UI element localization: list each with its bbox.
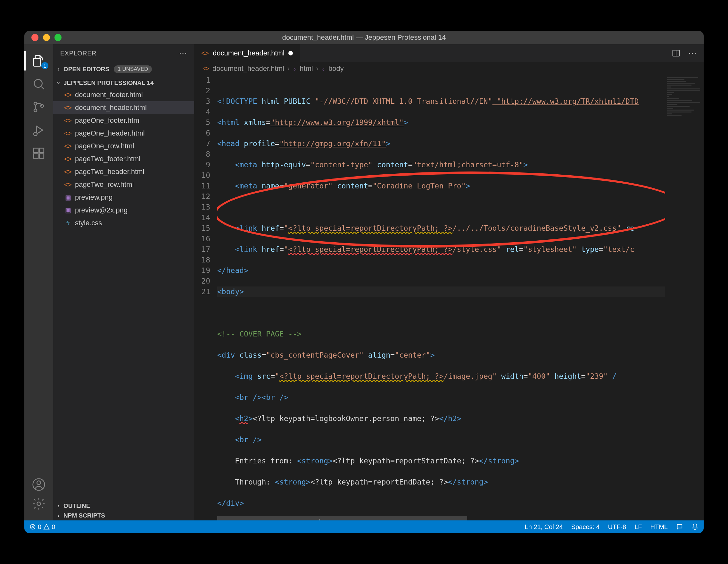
open-editors-label: OPEN EDITORS xyxy=(63,66,109,73)
breadcrumb-html[interactable]: html xyxy=(300,64,313,73)
chevron-right-icon: › xyxy=(287,64,290,73)
chevron-right-icon: › xyxy=(56,513,62,518)
gear-icon[interactable] xyxy=(31,496,46,511)
file-label: pageTwo_header.html xyxy=(75,168,145,176)
folder-section: › JEPPESEN PROFESSIONAL 14 <>document_fo… xyxy=(53,76,194,232)
unsaved-pill: 1 UNSAVED xyxy=(114,65,152,73)
file-item[interactable]: <>pageOne_row.html xyxy=(53,140,194,153)
encoding[interactable]: UTF-8 xyxy=(608,523,626,531)
horizontal-scrollbar[interactable] xyxy=(217,516,704,520)
svg-point-5 xyxy=(34,132,37,136)
tab-bar: <> document_header.html ⋯ xyxy=(194,44,704,62)
window-title: document_header.html — Jeppesen Professi… xyxy=(24,33,704,42)
explorer-icon[interactable]: 1 xyxy=(31,53,46,69)
ln-col[interactable]: Ln 21, Col 24 xyxy=(525,523,563,531)
problems-button[interactable]: 0 0 xyxy=(29,523,55,531)
code-editor[interactable]: 123456789101112131415161718192021 <!DOCT… xyxy=(194,75,704,520)
file-label: pageTwo_footer.html xyxy=(75,155,140,163)
breadcrumb-file[interactable]: document_header.html xyxy=(212,64,284,73)
language-mode[interactable]: HTML xyxy=(650,523,668,531)
html-file-icon: <> xyxy=(64,143,72,150)
minimap[interactable] xyxy=(665,75,704,520)
html-file-icon: <> xyxy=(203,65,209,72)
svg-rect-6 xyxy=(34,148,38,153)
svg-point-11 xyxy=(37,481,41,485)
npm-section[interactable]: › NPM SCRIPTS xyxy=(53,511,194,520)
chevron-right-icon: › xyxy=(56,66,62,72)
split-editor-icon[interactable] xyxy=(672,49,681,58)
minimize-icon[interactable] xyxy=(43,34,50,41)
file-item[interactable]: <>pageOne_footer.html xyxy=(53,114,194,127)
file-item[interactable]: #style.css xyxy=(53,217,194,229)
file-item[interactable]: ▣preview@2x.png xyxy=(53,204,194,217)
source-control-icon[interactable] xyxy=(31,99,46,115)
main-container: 1 E xyxy=(24,44,704,520)
more-icon[interactable]: ⋯ xyxy=(688,48,697,58)
extensions-icon[interactable] xyxy=(31,145,46,161)
explorer-badge: 1 xyxy=(41,62,48,69)
svg-rect-7 xyxy=(34,154,38,158)
file-item[interactable]: <>document_footer.html xyxy=(53,88,194,101)
folder-label: JEPPESEN PROFESSIONAL 14 xyxy=(63,79,154,87)
file-item[interactable]: <>pageOne_header.html xyxy=(53,127,194,140)
warning-count: 0 xyxy=(52,523,55,531)
account-icon[interactable] xyxy=(31,477,46,492)
outline-section[interactable]: › OUTLINE xyxy=(53,501,194,511)
symbol-icon: ⬨ xyxy=(293,65,296,72)
gutter: 123456789101112131415161718192021 xyxy=(194,75,217,520)
code-body[interactable]: <!DOCTYPE html PUBLIC "-//W3C//DTD XHTML… xyxy=(217,75,665,520)
breadcrumbs[interactable]: <> document_header.html › ⬨ html › ⬨ bod… xyxy=(194,62,704,75)
svg-point-1 xyxy=(34,79,42,87)
dirty-dot-icon xyxy=(288,51,293,55)
tab-label: document_header.html xyxy=(213,49,285,57)
tab-document-header[interactable]: <> document_header.html xyxy=(194,44,300,62)
file-item[interactable]: ▣preview.png xyxy=(53,191,194,204)
vscode-window: document_header.html — Jeppesen Professi… xyxy=(24,31,704,533)
scrollbar-thumb[interactable] xyxy=(217,516,467,520)
file-tree: <>document_footer.html<>document_header.… xyxy=(53,88,194,230)
sidebar-bottom: › OUTLINE › NPM SCRIPTS xyxy=(53,501,194,520)
sidebar: EXPLORER ⋯ › OPEN EDITORS 1 UNSAVED › JE… xyxy=(53,44,194,520)
editor-area: <> document_header.html ⋯ <> document_he… xyxy=(194,44,704,520)
eol[interactable]: LF xyxy=(634,523,642,531)
feedback-icon[interactable] xyxy=(676,523,683,530)
html-file-icon: <> xyxy=(64,181,72,188)
more-icon[interactable]: ⋯ xyxy=(179,48,187,58)
file-item[interactable]: <>pageTwo_footer.html xyxy=(53,153,194,165)
spaces[interactable]: Spaces: 4 xyxy=(571,523,600,531)
close-icon[interactable] xyxy=(31,34,38,41)
file-item[interactable]: <>document_header.html xyxy=(53,101,194,114)
statusbar: 0 0 Ln 21, Col 24 Spaces: 4 UTF-8 LF HTM… xyxy=(24,520,704,533)
outline-label: OUTLINE xyxy=(63,502,90,510)
image-file-icon: ▣ xyxy=(64,194,72,201)
tab-actions: ⋯ xyxy=(672,44,704,62)
html-file-icon: <> xyxy=(64,91,72,99)
traffic-lights xyxy=(24,34,62,41)
file-item[interactable]: <>pageTwo_row.html xyxy=(53,178,194,191)
debug-icon[interactable] xyxy=(31,122,46,138)
file-label: preview@2x.png xyxy=(75,206,128,214)
svg-point-3 xyxy=(34,109,37,112)
search-icon[interactable] xyxy=(31,76,46,92)
html-file-icon: <> xyxy=(201,50,209,57)
file-label: pageOne_row.html xyxy=(75,142,134,150)
error-count: 0 xyxy=(38,523,41,531)
titlebar[interactable]: document_header.html — Jeppesen Professi… xyxy=(24,31,704,44)
breadcrumb-body[interactable]: body xyxy=(328,64,344,73)
svg-point-2 xyxy=(34,102,37,105)
sidebar-title: EXPLORER xyxy=(60,50,96,57)
folder-header[interactable]: › JEPPESEN PROFESSIONAL 14 xyxy=(53,78,194,88)
chevron-right-icon: › xyxy=(56,503,62,509)
file-label: style.css xyxy=(75,219,102,227)
file-item[interactable]: <>pageTwo_header.html xyxy=(53,165,194,178)
file-label: pageOne_header.html xyxy=(75,129,145,137)
html-file-icon: <> xyxy=(64,117,72,124)
svg-point-12 xyxy=(37,502,41,506)
svg-rect-9 xyxy=(39,148,44,153)
html-file-icon: <> xyxy=(64,155,72,163)
svg-rect-8 xyxy=(39,154,44,158)
zoom-icon[interactable] xyxy=(54,34,62,41)
open-editors-section[interactable]: › OPEN EDITORS 1 UNSAVED xyxy=(53,62,194,76)
bell-icon[interactable] xyxy=(691,523,699,530)
file-label: document_header.html xyxy=(75,104,147,112)
